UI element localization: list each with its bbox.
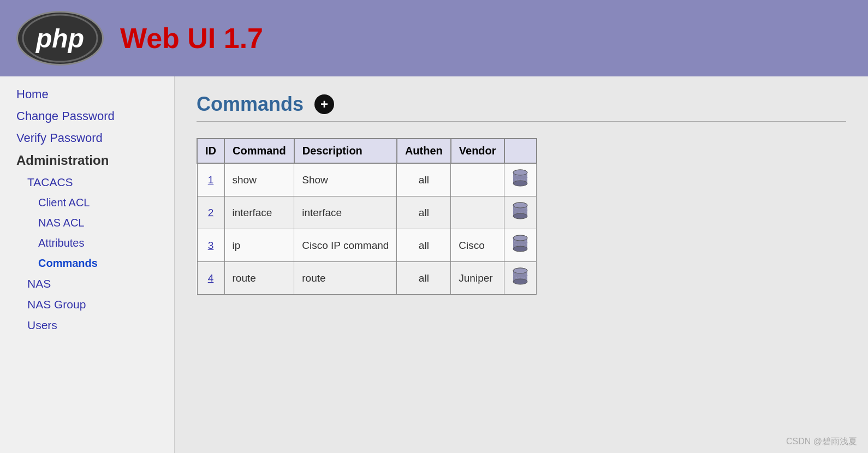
col-header-id: ID	[197, 139, 224, 163]
page-title: Commands	[197, 93, 304, 116]
svg-text:php: php	[35, 24, 84, 53]
sidebar-item-home[interactable]: Home	[16, 87, 158, 102]
sidebar: Home Change Password Verify Password Adm…	[0, 76, 175, 453]
cell-command: interface	[224, 196, 294, 229]
svg-point-6	[513, 170, 527, 175]
col-header-action	[504, 139, 537, 163]
commands-table: ID Command Description Authen Vendor 1sh…	[197, 138, 537, 295]
cell-id[interactable]: 4	[197, 262, 224, 295]
cell-description: Cisco IP command	[294, 229, 397, 262]
database-icon	[512, 211, 528, 223]
sidebar-item-commands[interactable]: Commands	[16, 257, 158, 270]
cell-action[interactable]	[504, 229, 537, 262]
cell-command: ip	[224, 229, 294, 262]
table-row: 3ipCisco IP commandallCisco	[197, 229, 537, 262]
cell-authen: all	[397, 163, 451, 196]
table-row: 1showShowall	[197, 163, 537, 196]
cell-command: show	[224, 163, 294, 196]
sidebar-item-administration[interactable]: Administration	[16, 153, 158, 168]
watermark: CSDN @碧雨浅夏	[786, 436, 857, 448]
svg-point-11	[513, 202, 527, 208]
add-command-button[interactable]: +	[314, 94, 334, 114]
content-area: Commands + ID Command Description Authen…	[175, 76, 868, 453]
main-layout: Home Change Password Verify Password Adm…	[0, 76, 868, 453]
cell-vendor: Cisco	[451, 229, 504, 262]
sidebar-item-client-acl[interactable]: Client ACL	[16, 196, 158, 209]
cell-authen: all	[397, 229, 451, 262]
header-title: Web UI 1.7	[120, 22, 263, 55]
page-header: Commands +	[197, 93, 846, 122]
cell-vendor	[451, 196, 504, 229]
svg-point-16	[513, 235, 527, 241]
cell-authen: all	[397, 196, 451, 229]
header: php Web UI 1.7	[0, 0, 868, 76]
svg-point-21	[513, 268, 527, 273]
sidebar-item-nas[interactable]: NAS	[16, 277, 158, 290]
table-row: 2interfaceinterfaceall	[197, 196, 537, 229]
sidebar-item-change-password[interactable]: Change Password	[16, 109, 158, 123]
cell-description: interface	[294, 196, 397, 229]
cell-authen: all	[397, 262, 451, 295]
cell-id[interactable]: 3	[197, 229, 224, 262]
col-header-command: Command	[224, 139, 294, 163]
sidebar-item-nas-acl[interactable]: NAS ACL	[16, 217, 158, 229]
cell-command: route	[224, 262, 294, 295]
svg-point-14	[513, 246, 527, 252]
sidebar-item-users[interactable]: Users	[16, 319, 158, 332]
cell-action[interactable]	[504, 262, 537, 295]
svg-point-19	[513, 279, 527, 284]
cell-id[interactable]: 1	[197, 163, 224, 196]
svg-point-4	[513, 181, 527, 186]
cell-description: route	[294, 262, 397, 295]
col-header-description: Description	[294, 139, 397, 163]
sidebar-item-nas-group[interactable]: NAS Group	[16, 298, 158, 311]
database-icon	[512, 178, 528, 190]
cell-action[interactable]	[504, 163, 537, 196]
col-header-authen: Authen	[397, 139, 451, 163]
database-icon	[512, 244, 528, 255]
cell-id[interactable]: 2	[197, 196, 224, 229]
cell-description: Show	[294, 163, 397, 196]
cell-vendor	[451, 163, 504, 196]
sidebar-item-tacacs[interactable]: TACACS	[16, 176, 158, 189]
php-logo: php	[16, 11, 104, 65]
table-row: 4routerouteallJuniper	[197, 262, 537, 295]
sidebar-item-attributes[interactable]: Attributes	[16, 237, 158, 249]
col-header-vendor: Vendor	[451, 139, 504, 163]
cell-vendor: Juniper	[451, 262, 504, 295]
sidebar-item-verify-password[interactable]: Verify Password	[16, 131, 158, 145]
cell-action[interactable]	[504, 196, 537, 229]
database-icon	[512, 277, 528, 288]
svg-point-9	[513, 213, 527, 219]
